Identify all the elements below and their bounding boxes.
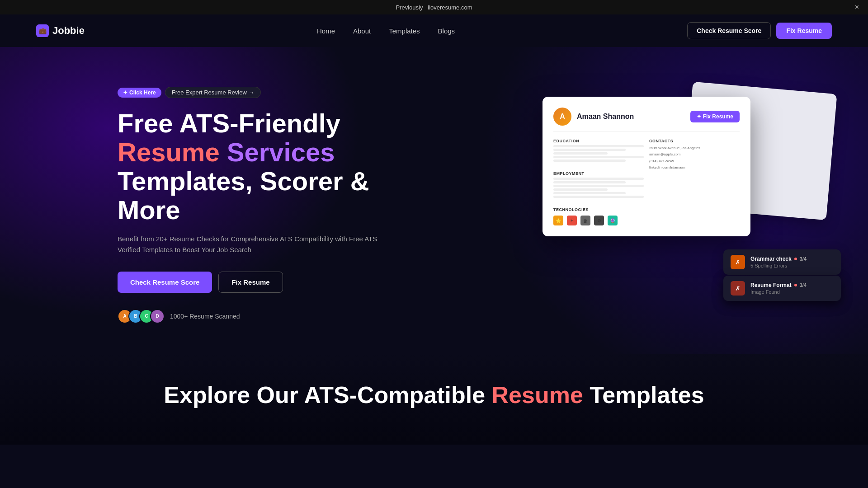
hero-section: ✦ Click Here Free Expert Resume Review →… xyxy=(0,47,868,354)
resume-body: Education Employment Technologies xyxy=(553,139,740,225)
resume-line xyxy=(553,181,626,183)
tech-icons: ⭐ F 🗑 ⚙ 🔮 xyxy=(553,216,644,225)
resume-line xyxy=(553,160,626,162)
bottom-section: Explore Our ATS-Compatible Resume Templa… xyxy=(0,354,868,445)
resume-contact-info: 2915 Work Avenue,Los Angeles amaan@apple… xyxy=(649,145,740,171)
notif-format-desc: Image Found xyxy=(750,289,834,295)
fix-resume-button[interactable]: Fix Resume xyxy=(218,272,283,293)
tech-icon: ⭐ xyxy=(553,216,563,225)
logo[interactable]: 💼 Jobbie xyxy=(36,24,85,37)
navbar: 💼 Jobbie Home About Templates Blogs Chec… xyxy=(0,14,868,47)
badge-click[interactable]: ✦ Click Here xyxy=(118,88,161,98)
resume-contacts-label: Contacts xyxy=(649,139,740,143)
nav-actions: Check Resume Score Fix Resume xyxy=(687,22,832,39)
logo-text: Jobbie xyxy=(52,25,85,37)
resume-line xyxy=(553,188,608,191)
notif-grammar-desc: 5 Spelling Errors xyxy=(750,263,834,268)
notif-grammar-content: Grammar check 3/4 5 Spelling Errors xyxy=(750,256,834,268)
avatar: D xyxy=(150,309,165,324)
nav-fix-resume-button[interactable]: Fix Resume xyxy=(776,23,832,39)
hero-left: ✦ Click Here Free Expert Resume Review →… xyxy=(118,87,380,323)
resume-line xyxy=(553,145,644,147)
resume-avatar: A xyxy=(553,108,571,126)
resume-line xyxy=(553,192,626,194)
nav-links: Home About Templates Blogs xyxy=(317,27,455,35)
resume-header: A Amaan Shannon ✦ Fix Resume xyxy=(553,108,740,131)
resume-education-label: Education xyxy=(553,139,644,143)
top-banner: Previously iloveresume.com × xyxy=(0,0,868,14)
notif-grammar-title: Grammar check 3/4 xyxy=(750,256,834,262)
notif-grammar: ✗ Grammar check 3/4 5 Spelling Errors xyxy=(723,249,841,275)
resume-left-col: Education Employment Technologies xyxy=(553,139,644,225)
resume-line xyxy=(553,152,608,155)
resume-line xyxy=(553,185,644,187)
resume-line xyxy=(553,156,644,158)
wand-icon: ✦ xyxy=(697,113,701,120)
resume-card: A Amaan Shannon ✦ Fix Resume Education E… xyxy=(542,97,750,236)
notif-format-content: Resume Format 3/4 Image Found xyxy=(750,282,834,295)
tech-icon: ⚙ xyxy=(594,216,604,225)
nav-home[interactable]: Home xyxy=(317,27,335,35)
social-proof-text: 1000+ Resume Scanned xyxy=(170,313,240,320)
nav-about[interactable]: About xyxy=(353,27,371,35)
resume-line xyxy=(553,196,644,198)
resume-line xyxy=(553,149,626,151)
hero-title: Free ATS-Friendly Resume Services Templa… xyxy=(118,109,380,224)
nav-blogs[interactable]: Blogs xyxy=(438,27,455,35)
hero-description: Benefit from 20+ Resume Checks for Compr… xyxy=(118,234,380,255)
social-proof: A B C D 1000+ Resume Scanned xyxy=(118,309,380,324)
score-dot xyxy=(794,258,797,260)
avatar-stack: A B C D xyxy=(118,309,165,324)
close-icon[interactable]: × xyxy=(855,3,859,11)
tech-icon: 🔮 xyxy=(608,216,618,225)
nav-check-score-button[interactable]: Check Resume Score xyxy=(687,22,771,39)
bottom-title: Explore Our ATS-Compatible Resume Templa… xyxy=(36,381,832,408)
resume-person-name: Amaan Shannon xyxy=(577,113,634,121)
notif-format-title: Resume Format 3/4 xyxy=(750,282,834,288)
notif-grammar-icon: ✗ xyxy=(731,255,745,269)
resume-tech-label: Technologies xyxy=(553,207,644,212)
tech-icon: 🗑 xyxy=(580,216,590,225)
score-dot xyxy=(794,284,797,286)
notif-format-icon: ✗ xyxy=(731,281,745,296)
resume-line xyxy=(553,178,644,180)
hero-visual: A Amaan Shannon ✦ Fix Resume Education E… xyxy=(524,88,832,323)
notif-resume-format: ✗ Resume Format 3/4 Image Found xyxy=(723,276,841,301)
resume-employment-label: Employment xyxy=(553,171,644,176)
resume-right-col: Contacts 2915 Work Avenue,Los Angeles am… xyxy=(649,139,740,225)
sparkle-icon: ✦ xyxy=(123,89,127,96)
tech-icon: F xyxy=(567,216,577,225)
badge-label: Free Expert Resume Review → xyxy=(165,87,261,98)
hero-buttons: Check Resume Score Fix Resume xyxy=(118,272,380,293)
logo-icon: 💼 xyxy=(36,24,49,37)
nav-templates[interactable]: Templates xyxy=(389,27,420,35)
hero-badge: ✦ Click Here Free Expert Resume Review → xyxy=(118,87,261,98)
resume-fix-button[interactable]: ✦ Fix Resume xyxy=(690,111,740,122)
banner-text: Previously iloveresume.com xyxy=(396,4,472,11)
check-score-button[interactable]: Check Resume Score xyxy=(118,272,212,293)
